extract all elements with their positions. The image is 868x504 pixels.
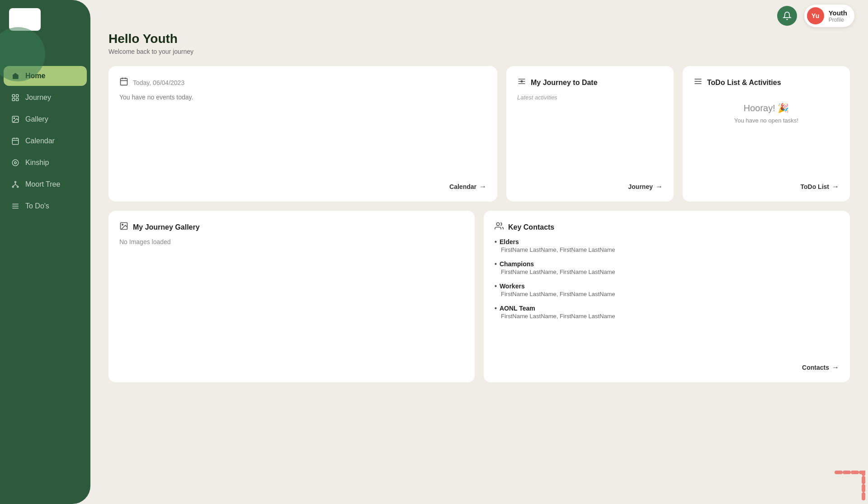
journey-icon xyxy=(11,93,20,102)
profile-button[interactable]: Yu Youth Profile xyxy=(804,5,854,27)
sidebar-item-journey[interactable]: Journey xyxy=(4,88,87,108)
todo-empty-state: Hooray! 🎉 You have no open tasks! xyxy=(693,94,839,175)
todo-no-tasks: You have no open tasks! xyxy=(693,117,839,124)
contact-names: FirstName LastName, FirstName LastName xyxy=(495,313,839,320)
svg-rect-3 xyxy=(16,99,19,101)
todo-card-header: ToDo List & Activities xyxy=(693,77,839,88)
svg-rect-1 xyxy=(16,94,19,97)
sidebar-item-kinship[interactable]: Kinship xyxy=(4,153,87,173)
top-grid: Today, 06/04/2023 You have no events tod… xyxy=(108,66,850,202)
svg-point-10 xyxy=(14,162,17,164)
kinship-icon xyxy=(11,158,20,167)
svg-point-12 xyxy=(15,181,16,183)
journey-latest-activities: Latest activities xyxy=(517,94,663,175)
contact-names: FirstName LastName, FirstName LastName xyxy=(495,246,839,253)
todo-hooray: Hooray! 🎉 xyxy=(693,103,839,113)
calendar-no-events: You have no events today. xyxy=(119,94,486,175)
gallery-icon xyxy=(11,115,20,124)
contacts-card-icon xyxy=(495,221,504,233)
notification-button[interactable] xyxy=(777,6,797,26)
journey-card-icon xyxy=(517,77,526,88)
avatar-initials: Yu xyxy=(811,12,819,19)
sidebar-item-calendar[interactable]: Calendar xyxy=(4,131,87,151)
calendar-footer-link[interactable]: Calendar → xyxy=(119,183,486,191)
svg-point-31 xyxy=(496,223,500,226)
avatar: Yu xyxy=(807,7,824,24)
gallery-no-images: No Images loaded xyxy=(119,238,464,372)
svg-point-25 xyxy=(521,80,522,82)
content-area: Hello Youth Welcome back to your journey… xyxy=(90,32,868,504)
sidebar-item-moort-tree-label: Moort Tree xyxy=(25,180,60,188)
sidebar: Home Journey Gallery Calendar Kinship xyxy=(0,0,90,504)
todo-card-icon xyxy=(693,77,703,88)
moort-tree-icon xyxy=(11,180,20,189)
sidebar-nav: Home Journey Gallery Calendar Kinship xyxy=(0,66,90,216)
header: Yu Youth Profile xyxy=(90,0,868,32)
contact-names: FirstName LastName, FirstName LastName xyxy=(495,268,839,275)
contact-group-title: Elders xyxy=(495,238,839,245)
contact-names: FirstName LastName, FirstName LastName xyxy=(495,291,839,297)
contacts-card-title: Key Contacts xyxy=(508,223,554,231)
svg-point-11 xyxy=(12,160,19,166)
svg-rect-21 xyxy=(121,78,127,85)
bottom-grid: My Journey Gallery No Images loaded xyxy=(108,211,850,382)
svg-point-14 xyxy=(17,186,19,188)
svg-point-30 xyxy=(122,224,123,226)
gallery-card-icon xyxy=(119,221,128,233)
calendar-date: Today, 06/04/2023 xyxy=(133,79,184,86)
calendar-card: Today, 06/04/2023 You have no events tod… xyxy=(108,66,497,202)
journey-card-title: My Journey to Date xyxy=(531,79,598,87)
sidebar-item-gallery-label: Gallery xyxy=(25,115,48,123)
journey-arrow-icon: → xyxy=(656,183,663,191)
contacts-card: Key Contacts Elders FirstName LastName, … xyxy=(484,211,850,382)
gallery-card-header: My Journey Gallery xyxy=(119,221,464,233)
journey-card-header: My Journey to Date xyxy=(517,77,663,88)
todo-card-title: ToDo List & Activities xyxy=(707,79,781,87)
contact-group: Elders FirstName LastName, FirstName Las… xyxy=(495,238,839,253)
todos-icon xyxy=(11,202,20,211)
sidebar-item-todos[interactable]: To Do's xyxy=(4,196,87,216)
gallery-card-title: My Journey Gallery xyxy=(133,223,200,231)
sidebar-item-moort-tree[interactable]: Moort Tree xyxy=(4,174,87,194)
contact-group-title: Champions xyxy=(495,260,839,268)
decorative-blob xyxy=(832,468,868,504)
contacts-card-header: Key Contacts xyxy=(495,221,839,233)
contacts-footer-link[interactable]: Contacts → xyxy=(495,363,839,372)
svg-rect-6 xyxy=(12,138,19,145)
journey-to-date-card: My Journey to Date Latest activities Jou… xyxy=(506,66,674,202)
calendar-arrow-icon: → xyxy=(479,183,486,191)
svg-line-17 xyxy=(15,184,18,186)
contact-group-title: AONL Team xyxy=(495,305,839,312)
contact-group-title: Workers xyxy=(495,283,839,290)
sidebar-item-gallery[interactable]: Gallery xyxy=(4,109,87,129)
profile-name: Youth xyxy=(829,9,847,17)
sidebar-item-journey-label: Journey xyxy=(25,94,51,102)
calendar-icon xyxy=(11,137,20,146)
calendar-card-header: Today, 06/04/2023 xyxy=(119,77,486,88)
contact-group: Champions FirstName LastName, FirstName … xyxy=(495,260,839,275)
sidebar-item-calendar-label: Calendar xyxy=(25,137,55,145)
svg-point-5 xyxy=(14,118,14,118)
svg-point-13 xyxy=(12,186,14,188)
todo-footer-link[interactable]: ToDo List → xyxy=(693,183,839,191)
svg-rect-0 xyxy=(12,94,14,97)
main-content: Yu Youth Profile Hello Youth Welcome bac… xyxy=(90,0,868,504)
profile-role: Profile xyxy=(829,17,847,23)
sidebar-item-todos-label: To Do's xyxy=(25,202,49,210)
journey-gallery-card: My Journey Gallery No Images loaded xyxy=(108,211,475,382)
contacts-list: Elders FirstName LastName, FirstName Las… xyxy=(495,238,839,356)
page-title: Hello Youth xyxy=(108,32,850,46)
contact-group: AONL Team FirstName LastName, FirstName … xyxy=(495,305,839,320)
svg-rect-2 xyxy=(12,99,14,101)
journey-footer-link[interactable]: Journey → xyxy=(517,183,663,191)
contacts-arrow-icon: → xyxy=(832,363,839,372)
calendar-card-icon xyxy=(119,77,128,88)
contact-group: Workers FirstName LastName, FirstName La… xyxy=(495,283,839,297)
page-subtitle: Welcome back to your journey xyxy=(108,48,850,55)
svg-line-16 xyxy=(13,184,15,186)
todo-card: ToDo List & Activities Hooray! 🎉 You hav… xyxy=(683,66,850,202)
todo-arrow-icon: → xyxy=(832,183,839,191)
profile-text: Youth Profile xyxy=(829,9,847,23)
sidebar-item-kinship-label: Kinship xyxy=(25,159,49,167)
